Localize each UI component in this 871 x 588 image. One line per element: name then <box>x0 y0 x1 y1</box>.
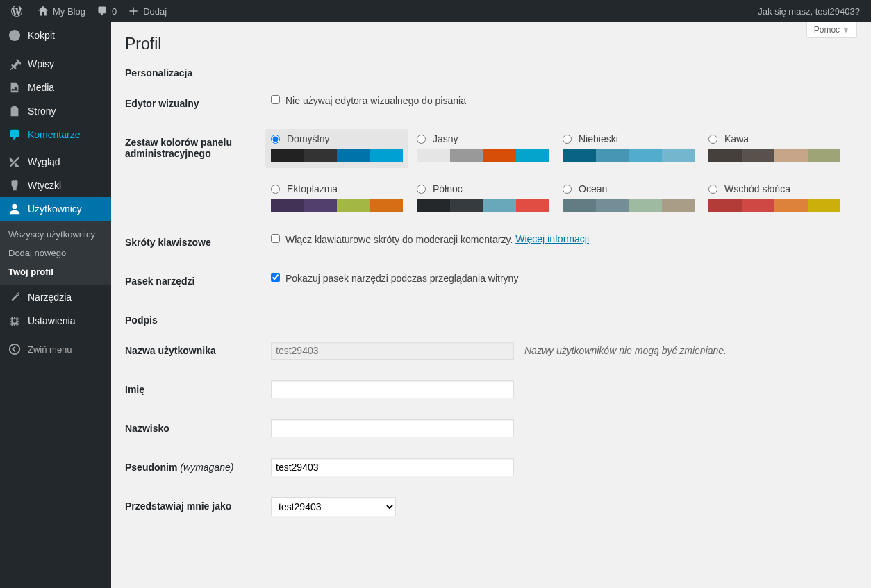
color-swatches-6 <box>563 199 695 212</box>
submenu-users: Wszyscy użytkownicy Dodaj nowego Twój pr… <box>0 221 111 285</box>
shortcuts-label: Skróty klawiszowe <box>125 223 264 262</box>
comments-count: 0 <box>112 6 117 17</box>
page-icon <box>8 105 22 117</box>
pin-icon <box>8 58 22 70</box>
howdy-text: Jak się masz, test29403? <box>758 6 860 17</box>
visual-editor-checkbox[interactable] <box>271 95 280 104</box>
page-title: Profil <box>125 35 857 53</box>
toolbar-label: Pasek narzędzi <box>125 262 264 301</box>
wordpress-icon <box>11 6 22 17</box>
menu-settings[interactable]: Ustawienia <box>0 309 111 333</box>
collapse-menu[interactable]: Zwiń menu <box>0 336 111 362</box>
menu-tools[interactable]: Narzędzia <box>0 285 111 309</box>
shortcuts-option[interactable]: Włącz klawiaturowe skróty do moderacji k… <box>271 234 513 245</box>
dashboard-icon <box>8 29 22 42</box>
color-name-5: Północ <box>433 183 463 194</box>
comment-icon <box>8 128 22 141</box>
menu-plugins[interactable]: Wtyczki <box>0 174 111 197</box>
color-name-4: Ektoplazma <box>287 183 338 194</box>
svg-point-0 <box>10 344 19 354</box>
nickname-label: Pseudonim (wymagane) <box>125 448 264 487</box>
color-radio-1[interactable] <box>417 135 426 144</box>
submenu-all-users[interactable]: Wszyscy użytkownicy <box>0 225 111 244</box>
last-name-label: Nazwisko <box>125 409 264 448</box>
color-name-0: Domyślny <box>287 133 329 144</box>
menu-comments[interactable]: Komentarze <box>0 123 111 146</box>
howdy-link[interactable]: Jak się masz, test29403? <box>752 0 865 22</box>
appearance-icon <box>8 156 22 168</box>
username-note: Nazwy użytkowników nie mogą być zmienian… <box>524 345 727 356</box>
username-input <box>271 342 514 360</box>
color-name-2: Niebieski <box>579 133 618 144</box>
tools-icon <box>8 291 22 303</box>
color-name-6: Ocean <box>579 183 607 194</box>
color-option-6[interactable]: Ocean <box>563 183 695 212</box>
color-option-0[interactable]: Domyślny <box>265 129 408 168</box>
color-option-1[interactable]: Jasny <box>417 133 549 162</box>
submenu-add-user[interactable]: Dodaj nowego <box>0 244 111 262</box>
shortcuts-more-link[interactable]: Więcej informacji <box>515 233 589 244</box>
new-content-link[interactable]: Dodaj <box>122 0 172 22</box>
color-radio-2[interactable] <box>563 135 572 144</box>
section-personalization: Personalizacja <box>125 67 857 78</box>
menu-appearance[interactable]: Wygląd <box>0 150 111 174</box>
menu-posts[interactable]: Wpisy <box>0 52 111 76</box>
color-swatches-5 <box>417 199 549 212</box>
color-swatches-3 <box>708 149 840 162</box>
color-radio-3[interactable] <box>708 135 717 144</box>
comments-link[interactable]: 0 <box>91 0 122 22</box>
color-swatches-2 <box>563 149 695 162</box>
menu-dashboard[interactable]: Kokpit <box>0 22 111 49</box>
last-name-input[interactable] <box>271 419 514 437</box>
submenu-your-profile[interactable]: Twój profil <box>0 262 111 281</box>
nickname-input[interactable] <box>271 458 514 476</box>
visual-editor-option[interactable]: Nie używaj edytora wizualnego do pisania <box>271 95 466 106</box>
site-name-text: My Blog <box>53 6 85 17</box>
color-swatches-7 <box>708 199 840 212</box>
color-name-7: Wschód słońca <box>724 183 790 194</box>
wp-logo[interactable] <box>6 0 32 22</box>
help-tab[interactable]: Pomoc▼ <box>806 22 857 38</box>
collapse-icon <box>8 343 22 355</box>
color-radio-7[interactable] <box>708 185 717 194</box>
plugin-icon <box>8 179 22 192</box>
color-radio-4[interactable] <box>271 185 280 194</box>
shortcuts-checkbox[interactable] <box>271 234 280 243</box>
color-swatches-0 <box>271 149 403 162</box>
color-swatches-4 <box>271 199 403 212</box>
color-radio-5[interactable] <box>417 185 426 194</box>
display-name-label: Przedstawiaj mnie jako <box>125 487 264 527</box>
home-icon <box>38 6 49 17</box>
first-name-label: Imię <box>125 370 264 409</box>
color-option-3[interactable]: Kawa <box>708 133 840 162</box>
color-option-4[interactable]: Ektoplazma <box>271 183 403 212</box>
color-scheme-label: Zestaw kolorów panelu administracyjnego <box>125 123 264 223</box>
color-option-7[interactable]: Wschód słońca <box>708 183 840 212</box>
color-name-3: Kawa <box>724 133 749 144</box>
settings-icon <box>8 314 22 327</box>
media-icon <box>8 81 22 94</box>
color-radio-0[interactable] <box>271 135 280 144</box>
section-name: Podpis <box>125 314 857 326</box>
site-name-link[interactable]: My Blog <box>32 0 91 22</box>
new-content-text: Dodaj <box>143 6 167 17</box>
plus-icon <box>128 6 139 17</box>
menu-users[interactable]: Użytkownicy <box>0 197 111 221</box>
comment-icon <box>97 6 108 17</box>
user-icon <box>8 203 22 215</box>
color-name-1: Jasny <box>433 133 458 144</box>
color-option-5[interactable]: Północ <box>417 183 549 212</box>
color-swatches-1 <box>417 149 549 162</box>
chevron-down-icon: ▼ <box>843 26 849 34</box>
first-name-input[interactable] <box>271 380 514 398</box>
visual-editor-label: Edytor wizualny <box>125 84 264 123</box>
color-option-2[interactable]: Niebieski <box>563 133 695 162</box>
toolbar-checkbox[interactable] <box>271 273 280 282</box>
menu-pages[interactable]: Strony <box>0 99 111 123</box>
menu-media[interactable]: Media <box>0 76 111 99</box>
username-label: Nazwa użytkownika <box>125 331 264 370</box>
color-radio-6[interactable] <box>563 185 572 194</box>
display-name-select[interactable]: test29403 <box>271 497 396 516</box>
toolbar-option[interactable]: Pokazuj pasek narzędzi podczas przegląda… <box>271 273 518 284</box>
